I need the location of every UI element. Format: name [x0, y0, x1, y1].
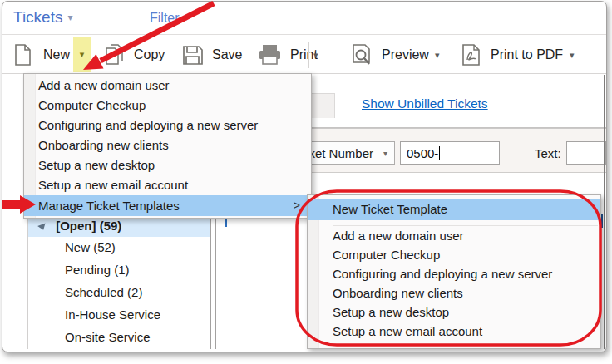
menu-separator [37, 194, 308, 194]
tree-item-label: In-House Service [65, 307, 160, 322]
print-dropdown-button[interactable]: ▾ [313, 40, 318, 70]
chevron-down-icon: ▾ [570, 50, 575, 61]
save-icon [182, 45, 203, 66]
new-button-label: New [43, 47, 70, 62]
submenu-item-template[interactable]: Computer Checkup [308, 245, 600, 264]
text-filter-label: Text: [535, 146, 561, 160]
save-button-label: Save [212, 47, 242, 62]
tree-item-scheduled[interactable]: Scheduled (2) [28, 282, 246, 303]
text-cursor [439, 146, 440, 160]
tree-item-label: New (52) [65, 240, 116, 254]
chevron-down-icon: ▾ [313, 50, 318, 61]
new-dropdown-menu: Add a new domain user Computer Checkup C… [23, 73, 312, 219]
submenu-item-template[interactable]: Onboarding new clients [308, 283, 600, 303]
tree-item-laboratory[interactable]: Laboratory Service [28, 349, 246, 352]
print-to-pdf-label: Print to PDF [491, 47, 563, 62]
chevron-down-icon: ▾ [185, 12, 190, 22]
window-right-border [604, 75, 605, 349]
chevron-down-icon: ▾ [80, 49, 85, 60]
manage-templates-label: Manage Ticket Templates [38, 199, 180, 213]
copy-button[interactable]: Copy [105, 40, 165, 70]
menu-item-template[interactable]: Add a new domain user [24, 76, 311, 96]
tree-item-label: Scheduled (2) [65, 285, 142, 299]
menu-item-template[interactable]: Setup a new email account [24, 175, 311, 195]
tree-item-open-label: [Open] (59) [56, 219, 121, 233]
submenu-item-template[interactable]: Setup a new desktop [308, 303, 600, 322]
new-button[interactable]: New [13, 40, 70, 70]
printer-icon [259, 45, 281, 65]
menu-item-template[interactable]: Computer Checkup [24, 96, 311, 116]
filter-menu[interactable]: Filter▾ [150, 11, 189, 26]
new-document-icon [13, 44, 32, 66]
menu-item-template[interactable]: Configuring and deploying a new server [24, 116, 311, 135]
submenu-item-new-ticket-template[interactable]: New Ticket Template [308, 199, 600, 220]
toolbar-separator [308, 42, 309, 68]
filter-menu-label: Filter [150, 11, 180, 25]
menu-item-template[interactable]: Setup a new desktop [24, 155, 311, 175]
app-window: Tickets▾ Filter▾ New ▾ Copy Save [2, 1, 607, 352]
pdf-icon [461, 44, 481, 66]
submenu-item-template[interactable]: Setup a new email account [308, 322, 600, 341]
text-filter-input[interactable] [566, 141, 606, 165]
titlebar-divider [2, 34, 606, 35]
copy-button-label: Copy [134, 47, 165, 62]
show-unbilled-tickets-label: Show Unbilled Tickets [362, 96, 488, 111]
preview-magnifier-icon [352, 44, 372, 66]
show-unbilled-tickets-link[interactable]: Show Unbilled Tickets [362, 96, 488, 111]
ticket-number-value: 0500- [407, 146, 438, 160]
submenu-item-template[interactable]: Configuring and deploying a new server [308, 264, 600, 283]
ticket-number-input[interactable]: 0500- [400, 141, 500, 165]
tickets-menu-label: Tickets [13, 8, 62, 26]
preview-button-label: Preview [382, 47, 429, 62]
preview-button[interactable]: Preview [352, 40, 429, 70]
copy-icon [105, 44, 125, 66]
tree-item-pending[interactable]: Pending (1) [28, 259, 246, 281]
tree-item-new[interactable]: New (52) [28, 237, 246, 258]
submenu-item-template[interactable]: Add a new domain user [308, 226, 600, 245]
save-button[interactable]: Save [182, 40, 242, 70]
tree-item-label: On-site Service [65, 330, 151, 344]
tree-item-label: Pending (1) [65, 263, 130, 277]
tickets-menu[interactable]: Tickets▾ [13, 8, 73, 27]
print-to-pdf-button[interactable]: Print to PDF [461, 40, 563, 70]
menu-item-template[interactable]: Onboarding new clients [24, 135, 311, 155]
expander-icon [37, 224, 47, 232]
submenu-chevron-icon: > [294, 195, 300, 216]
chevron-down-icon: ▾ [435, 50, 440, 61]
preview-dropdown-button[interactable]: ▾ [435, 40, 440, 70]
new-dropdown-button[interactable]: ▾ [73, 37, 91, 72]
menu-item-manage-templates[interactable]: Manage Ticket Templates > [24, 195, 311, 216]
tree-item-onsite[interactable]: On-site Service [28, 327, 246, 348]
print-to-pdf-dropdown-button[interactable]: ▾ [570, 40, 575, 70]
tree-item-inhouse[interactable]: In-House Service [28, 304, 246, 326]
manage-templates-submenu: New Ticket Template Add a new domain use… [307, 194, 601, 349]
chevron-down-icon: ▾ [383, 149, 387, 158]
chevron-down-icon: ▾ [67, 12, 72, 23]
